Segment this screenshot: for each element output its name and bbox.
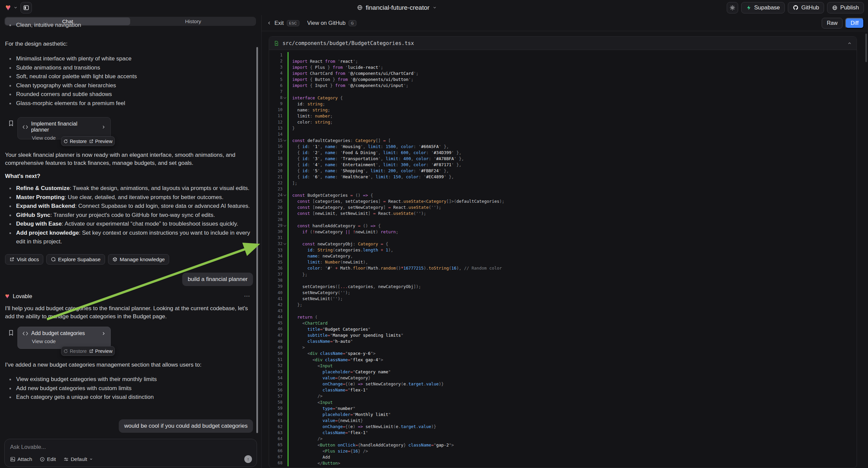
visit-docs-button[interactable]: Visit docs xyxy=(5,254,43,265)
version-card-title: Implement financial planner xyxy=(31,121,96,133)
code-line: 53 placeholder="Category name" xyxy=(269,369,857,375)
attach-label: Attach xyxy=(18,456,32,462)
code-line: 32 const newCategoryObj: Category = { xyxy=(269,241,857,247)
code-text: import ChartCard from '@/components/ui/C… xyxy=(288,71,418,76)
chevron-right-icon[interactable] xyxy=(101,331,106,336)
code-text: <div className="flex gap-4"> xyxy=(288,357,383,362)
restore-button[interactable]: Restore xyxy=(63,139,87,144)
view-on-github-button[interactable]: View on GitHub G xyxy=(307,20,356,26)
version-card-add-budget-categories[interactable]: Add budget categories View code xyxy=(18,327,111,349)
supabase-label: Supabase xyxy=(754,4,780,11)
restore-button[interactable]: Restore xyxy=(63,349,87,354)
file-path: src/components/budget/BudgetCategories.t… xyxy=(282,40,414,46)
code-line: 68 </Button> xyxy=(269,460,857,466)
code-line: 56 className="flex-1" xyxy=(269,387,857,393)
code-line: 14 xyxy=(269,131,857,137)
assistant-header: ♥ Lovable ⋯ xyxy=(5,292,255,300)
list-item: Refine & Customize: Tweak the design, an… xyxy=(5,184,256,193)
file-header[interactable]: src/components/budget/BudgetCategories.t… xyxy=(269,37,857,50)
code-text: const handleAddCategory = () => { xyxy=(288,223,380,228)
code-line: 48 className="h-auto" xyxy=(269,339,857,345)
chat-scrollbar[interactable] xyxy=(256,47,258,433)
model-label: Default xyxy=(71,456,87,462)
view-code-link[interactable]: View code xyxy=(32,339,106,345)
list-item: View existing budget categories with the… xyxy=(5,375,255,384)
line-number: 13 xyxy=(269,126,282,130)
code-editor[interactable]: 12import React from 'react';3import { Pl… xyxy=(269,50,857,466)
line-number: 29 xyxy=(269,223,282,228)
list-item: Rounded corners and subtle shadows xyxy=(5,90,255,99)
code-text: { id: '4', name: 'Entertainment', limit:… xyxy=(288,162,461,167)
list-item: Add project knowledge: Set key context o… xyxy=(5,229,256,246)
line-number: 37 xyxy=(269,272,282,276)
lovable-avatar-icon: ♥ xyxy=(5,292,9,300)
edit-button[interactable]: Edit xyxy=(39,456,56,462)
explore-supabase-button[interactable]: Explore Supabase xyxy=(46,254,105,265)
view-on-github-label: View on GitHub xyxy=(307,20,346,26)
line-number: 8 xyxy=(269,95,282,100)
code-scrollbar[interactable] xyxy=(865,34,867,62)
list-item: Debug with Ease: Activate our experiment… xyxy=(5,220,256,229)
line-number: 28 xyxy=(269,217,282,222)
chevron-up-icon[interactable] xyxy=(847,41,852,46)
design-aesthetic-heading: For the design aesthetic: xyxy=(5,40,255,48)
exit-button[interactable]: Exit ESC xyxy=(267,20,299,26)
model-selector[interactable]: Default xyxy=(63,456,93,462)
line-number: 38 xyxy=(269,278,282,283)
line-number: 60 xyxy=(269,412,282,417)
manage-knowledge-button[interactable]: Manage knowledge xyxy=(108,254,169,265)
external-link-icon xyxy=(9,257,14,262)
supabase-button[interactable]: Supabase xyxy=(741,2,785,13)
external-link-icon xyxy=(89,139,94,144)
diff-toggle-button[interactable]: Diff xyxy=(845,18,864,29)
attach-button[interactable]: Attach xyxy=(10,456,32,462)
line-number: 53 xyxy=(269,369,282,374)
diff-added-bar xyxy=(287,308,288,314)
diff-added-bar xyxy=(287,89,288,95)
preview-label: Preview xyxy=(95,349,113,354)
code-line: 12 color: string; xyxy=(269,119,857,125)
code-line: 27 const [newLimit, setNewLimit] = React… xyxy=(269,210,857,216)
line-number: 25 xyxy=(269,199,282,203)
bookmark-icon[interactable] xyxy=(8,329,14,336)
raw-toggle-button[interactable]: Raw xyxy=(822,18,842,29)
line-number: 48 xyxy=(269,339,282,344)
code-text: import { Plus } from 'lucide-react'; xyxy=(288,65,383,70)
line-number: 6 xyxy=(269,83,282,88)
lovable-logo-icon[interactable]: ♥ xyxy=(5,3,11,12)
chevron-down-icon[interactable] xyxy=(13,5,18,10)
code-line: 43 xyxy=(269,308,857,314)
external-link-icon xyxy=(89,349,94,353)
send-button[interactable]: ↑ xyxy=(244,455,252,463)
line-number: 21 xyxy=(269,175,282,179)
preview-button[interactable]: Preview xyxy=(89,139,113,144)
globe-icon xyxy=(832,5,837,10)
chat-bubble-icon xyxy=(51,257,56,262)
code-line: 31 xyxy=(269,235,857,241)
code-line: 13} xyxy=(269,125,857,131)
settings-button[interactable] xyxy=(727,2,738,13)
user-message-bubble: build a financial planner xyxy=(182,273,253,286)
line-number: 61 xyxy=(269,418,282,423)
github-icon xyxy=(793,5,799,10)
preview-button[interactable]: Preview xyxy=(89,349,113,354)
code-text: { id: '6', name: 'Healthcare', limit: 15… xyxy=(288,174,454,179)
chevron-right-icon[interactable] xyxy=(101,125,106,129)
chevron-down-icon xyxy=(433,5,437,10)
code-line: 62 onChange={(e) => setNewLimit(e.target… xyxy=(269,424,857,430)
line-number: 55 xyxy=(269,382,282,386)
sidebar-toggle-button[interactable] xyxy=(21,2,32,13)
code-text: const BudgetCategories = () => { xyxy=(288,193,373,198)
more-options-icon[interactable]: ⋯ xyxy=(244,292,250,300)
code-text: }; xyxy=(288,272,307,277)
publish-button[interactable]: Publish xyxy=(827,2,864,13)
github-button[interactable]: GitHub xyxy=(788,2,824,13)
restore-label: Restore xyxy=(70,349,87,354)
project-switcher[interactable]: financial-future-creator xyxy=(357,0,437,15)
bookmark-icon[interactable] xyxy=(8,120,14,126)
line-number: 62 xyxy=(269,425,282,429)
restore-label: Restore xyxy=(70,139,87,144)
supabase-icon xyxy=(746,5,751,10)
code-line: 33 id: String(categories.length + 1), xyxy=(269,247,857,253)
chat-input-box[interactable]: Ask Lovable... Attach Edit Default ↑ xyxy=(4,439,257,467)
